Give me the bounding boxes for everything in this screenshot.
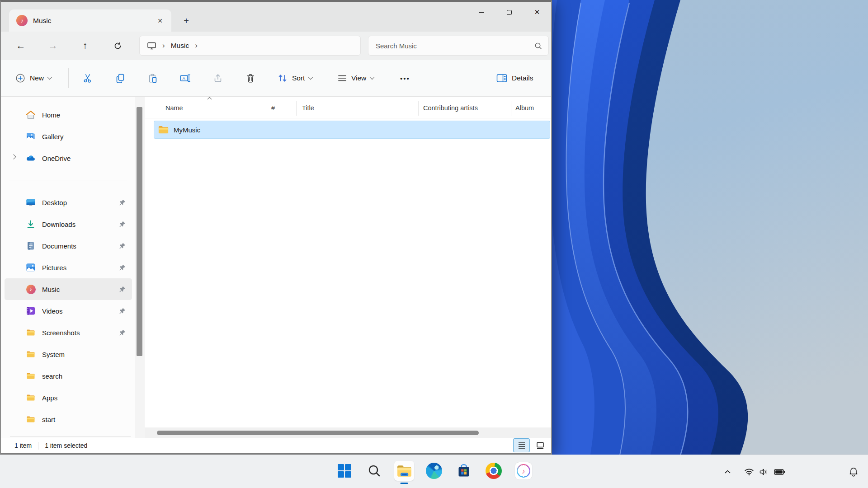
network-volume-battery-group[interactable] <box>738 463 791 481</box>
sidebar-item-desktop[interactable]: Desktop <box>5 192 132 213</box>
sidebar-item-system[interactable]: System <box>5 343 132 365</box>
chevron-down-icon <box>308 74 313 79</box>
close-button[interactable]: ✕ <box>523 2 551 23</box>
details-pane-icon <box>496 74 507 83</box>
breadcrumb-location[interactable]: Music <box>171 42 189 50</box>
column-separator[interactable] <box>418 101 419 116</box>
search-box[interactable]: Search Music <box>368 36 549 56</box>
main-content: Home Gallery <box>1 97 551 438</box>
details-pane-button[interactable]: Details <box>492 60 539 96</box>
pin-icon <box>119 243 126 251</box>
taskbar-search-button[interactable] <box>364 461 384 481</box>
column-header-contributing-artists[interactable]: Contributing artists <box>423 104 478 112</box>
refresh-button[interactable] <box>108 36 127 56</box>
windows-start-icon <box>338 464 352 478</box>
onedrive-icon <box>25 153 36 164</box>
explorer-tab-music[interactable]: ♪ Music ✕ <box>9 9 171 32</box>
pictures-icon <box>25 262 36 273</box>
maximize-button[interactable] <box>495 2 523 23</box>
sort-button[interactable]: Sort <box>274 60 316 96</box>
sidebar-scrollbar-thumb[interactable] <box>137 107 142 356</box>
new-button[interactable]: New <box>12 60 55 96</box>
rename-button[interactable]: A <box>175 68 196 89</box>
sidebar-item-pictures[interactable]: Pictures <box>5 257 132 278</box>
chevron-down-icon <box>47 74 52 79</box>
breadcrumb[interactable]: › Music › <box>139 36 361 56</box>
sidebar-item-onedrive[interactable]: OneDrive <box>5 147 132 169</box>
itunes-icon: ♪ <box>515 462 532 479</box>
sidebar-item-videos[interactable]: Videos <box>5 300 132 322</box>
copy-button[interactable] <box>110 68 131 89</box>
details-view-toggle[interactable] <box>513 438 530 452</box>
view-list-icon <box>338 75 347 82</box>
maximize-icon <box>507 10 512 15</box>
column-header-album[interactable]: Album <box>515 104 534 112</box>
column-separator[interactable] <box>511 101 511 116</box>
paste-button[interactable] <box>142 68 163 89</box>
hidden-icons-button[interactable] <box>720 463 735 481</box>
sidebar-item-gallery[interactable]: Gallery <box>5 126 132 147</box>
taskbar-store-button[interactable] <box>454 461 474 481</box>
sidebar-divider <box>9 180 127 180</box>
refresh-icon <box>113 42 122 50</box>
more-icon: ••• <box>400 75 410 82</box>
sidebar-item-music[interactable]: ♪ Music <box>5 278 132 300</box>
sidebar-item-screenshots[interactable]: Screenshots <box>5 322 132 343</box>
taskbar-itunes-button[interactable]: ♪ <box>514 461 533 481</box>
forward-button[interactable]: → <box>43 36 63 56</box>
search-icon <box>368 464 381 478</box>
start-button[interactable] <box>335 461 354 481</box>
pin-icon <box>119 264 126 272</box>
sidebar-item-documents[interactable]: Documents <box>5 235 132 257</box>
minimize-button[interactable] <box>467 2 495 23</box>
sidebar-item-search[interactable]: search <box>5 365 132 387</box>
chevron-right-icon[interactable] <box>11 154 16 159</box>
delete-button[interactable] <box>240 68 261 89</box>
horizontal-scrollbar[interactable] <box>145 427 551 438</box>
back-button[interactable]: ← <box>11 36 31 56</box>
volume-icon <box>759 468 769 476</box>
gallery-icon <box>25 131 36 142</box>
column-separator[interactable] <box>267 101 267 116</box>
column-header-name[interactable]: Name <box>165 104 183 112</box>
sidebar-item-downloads[interactable]: Downloads <box>5 213 132 235</box>
sidebar-bottom-divider <box>10 436 131 437</box>
column-header-title[interactable]: Title <box>302 104 314 112</box>
new-tab-button[interactable]: + <box>179 14 193 28</box>
toolbar-divider <box>68 68 69 88</box>
more-options-button[interactable]: ••• <box>395 68 415 89</box>
status-divider <box>38 442 38 450</box>
titlebar: ♪ Music ✕ + ✕ <box>1 2 551 32</box>
cut-button[interactable] <box>77 68 98 89</box>
folder-icon <box>25 371 36 381</box>
status-bar: 1 item 1 item selected <box>1 438 551 453</box>
share-button[interactable] <box>208 68 228 89</box>
taskbar-file-explorer-button[interactable] <box>394 461 414 481</box>
file-explorer-window: ♪ Music ✕ + ✕ ← → ↑ › Music › <box>0 0 552 455</box>
folder-icon <box>25 414 36 425</box>
pin-icon <box>119 221 126 229</box>
home-icon <box>25 109 36 120</box>
details-label: Details <box>512 74 533 82</box>
rename-icon: A <box>180 74 191 83</box>
thumbnail-view-toggle[interactable] <box>532 438 548 452</box>
column-separator[interactable] <box>296 101 297 116</box>
column-header-number[interactable]: # <box>271 104 275 112</box>
file-row-mymusic[interactable]: MyMusic <box>154 121 550 139</box>
new-label: New <box>30 74 44 82</box>
sidebar-item-start[interactable]: start <box>5 408 132 430</box>
sidebar-scrollbar[interactable] <box>135 97 145 438</box>
notifications-button[interactable] <box>845 463 862 481</box>
up-button[interactable]: ↑ <box>75 36 95 56</box>
view-button[interactable]: View <box>334 60 377 96</box>
sidebar-item-apps[interactable]: Apps <box>5 387 132 408</box>
sidebar-item-home[interactable]: Home <box>5 104 132 126</box>
taskbar-edge-button[interactable] <box>424 461 444 481</box>
taskbar-chrome-button[interactable] <box>484 461 504 481</box>
horizontal-scrollbar-thumb[interactable] <box>157 431 479 435</box>
videos-icon <box>25 305 36 316</box>
tab-close-icon[interactable]: ✕ <box>153 14 167 28</box>
pin-icon <box>119 199 126 207</box>
edge-icon <box>426 463 442 479</box>
chevron-right-icon[interactable]: › <box>189 41 203 50</box>
